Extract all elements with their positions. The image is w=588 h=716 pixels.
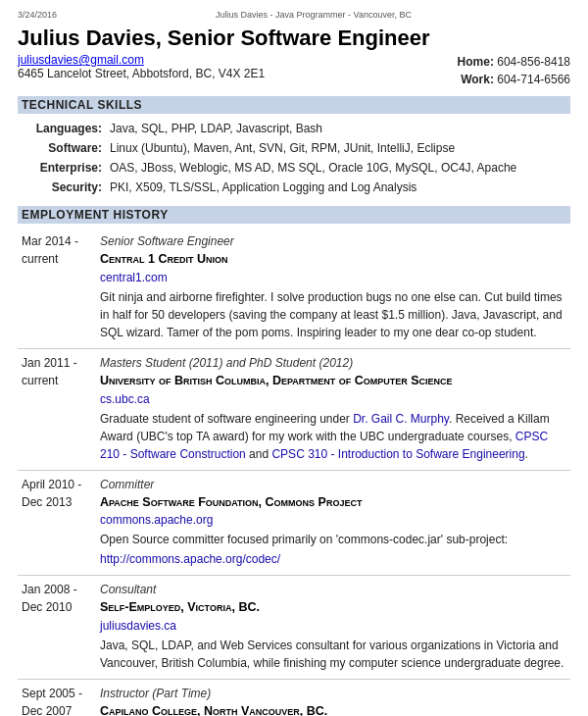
top-bar-date: 3/24/2016: [18, 10, 57, 20]
company-link[interactable]: juliusdavies.ca: [100, 619, 176, 633]
skills-label: Security:: [20, 179, 108, 196]
job-title: Senior Software Engineer: [100, 232, 566, 250]
skills-value: OAS, JBoss, Weblogic, MS AD, MS SQL, Ora…: [110, 159, 568, 177]
skills-label: Languages:: [20, 120, 108, 137]
company-name: Central 1 Credit Union: [100, 250, 566, 269]
skills-label: Enterprise:: [20, 159, 108, 177]
home-phone: 604-856-8418: [497, 55, 570, 69]
work-label: Work:: [461, 73, 494, 86]
skills-table: Languages:Java, SQL, PHP, LDAP, Javascri…: [18, 118, 570, 198]
top-bar: 3/24/2016 Julius Davies - Java Programme…: [18, 10, 570, 20]
email-link[interactable]: juliusdavies@gmail.com: [18, 53, 144, 67]
employment-row: Sept 2005 - Dec 2007Instructor (Part Tim…: [18, 680, 570, 717]
skills-label: Software:: [20, 139, 108, 157]
company-name: Capilano College, North Vancouver, BC.: [100, 702, 566, 716]
contact-right: Home: 604-856-8418 Work: 604-714-6566: [458, 53, 570, 88]
job-detail: Senior Software EngineerCentral 1 Credit…: [96, 228, 570, 348]
job-dates: Sept 2005 - Dec 2007: [18, 680, 96, 717]
page-title: Julius Davies, Senior Software Engineer: [18, 26, 570, 51]
job-dates: April 2010 - Dec 2013: [18, 470, 96, 576]
job-detail: Instructor (Part Time)Capilano College, …: [96, 680, 570, 717]
job-dates: Jan 2011 - current: [18, 348, 96, 470]
company-name: Apache Software Foundation, Commons Proj…: [100, 493, 566, 512]
job-description: Java, SQL, LDAP, and Web Services consul…: [100, 637, 566, 672]
prof-link[interactable]: Dr. Gail C. Murphy: [353, 412, 449, 426]
home-label: Home:: [458, 55, 494, 69]
company-link[interactable]: cs.ubc.ca: [100, 392, 150, 406]
company-link[interactable]: central1.com: [100, 271, 168, 284]
job-title: Masters Student (2011) and PhD Student (…: [100, 354, 566, 372]
contact-address: 6465 Lancelot Street, Abbotsford, BC, V4…: [18, 67, 265, 80]
job-description: Graduate student of software engineering…: [100, 410, 566, 463]
job-title: Consultant: [100, 581, 566, 598]
company-name: Self-Employed, Victoria, BC.: [100, 598, 566, 617]
company-link[interactable]: commons.apache.org: [100, 513, 213, 527]
employment-history-header: Employment History: [18, 206, 570, 224]
employment-row: Jan 2011 - currentMasters Student (2011)…: [18, 348, 570, 470]
technical-skills-header: Technical Skills: [18, 96, 570, 114]
course-link-2[interactable]: CPSC 310 - Introduction to Sofware Engin…: [271, 447, 524, 461]
skills-value: Java, SQL, PHP, LDAP, Javascript, Bash: [110, 120, 568, 137]
company-name: University of British Columbia, Departme…: [100, 372, 566, 390]
job-dates: Mar 2014 - current: [18, 228, 96, 348]
job-description: Git ninja and airborne firefighter. I so…: [100, 288, 566, 341]
contact-row: juliusdavies@gmail.com 6465 Lancelot Str…: [18, 53, 570, 88]
employment-row: Jan 2008 - Dec 2010ConsultantSelf-Employ…: [18, 576, 570, 680]
job-detail: Masters Student (2011) and PhD Student (…: [96, 348, 570, 470]
skills-row: Security:PKI, X509, TLS/SSL, Application…: [20, 179, 568, 196]
work-phone: 604-714-6566: [497, 73, 570, 86]
job-title: Committer: [100, 476, 566, 493]
sub-project-link[interactable]: http://commons.apache.org/codec/: [100, 552, 280, 566]
job-detail: CommitterApache Software Foundation, Com…: [96, 470, 570, 576]
employment-row: April 2010 - Dec 2013CommitterApache Sof…: [18, 470, 570, 576]
job-dates: Jan 2008 - Dec 2010: [18, 576, 96, 680]
skills-value: Linux (Ubuntu), Maven, Ant, SVN, Git, RP…: [110, 139, 568, 157]
contact-left: juliusdavies@gmail.com 6465 Lancelot Str…: [18, 53, 265, 80]
top-bar-center: Julius Davies - Java Programmer - Vancou…: [216, 10, 412, 20]
job-title: Instructor (Part Time): [100, 685, 566, 702]
job-description: Open Source committer focused primarily …: [100, 531, 566, 548]
skills-value: PKI, X509, TLS/SSL, Application Logging …: [110, 179, 568, 196]
skills-row: Software:Linux (Ubuntu), Maven, Ant, SVN…: [20, 139, 568, 157]
job-detail: ConsultantSelf-Employed, Victoria, BC.ju…: [96, 576, 570, 680]
employment-table: Mar 2014 - currentSenior Software Engine…: [18, 228, 570, 716]
employment-row: Mar 2014 - currentSenior Software Engine…: [18, 228, 570, 348]
skills-row: Enterprise:OAS, JBoss, Weblogic, MS AD, …: [20, 159, 568, 177]
skills-row: Languages:Java, SQL, PHP, LDAP, Javascri…: [20, 120, 568, 137]
